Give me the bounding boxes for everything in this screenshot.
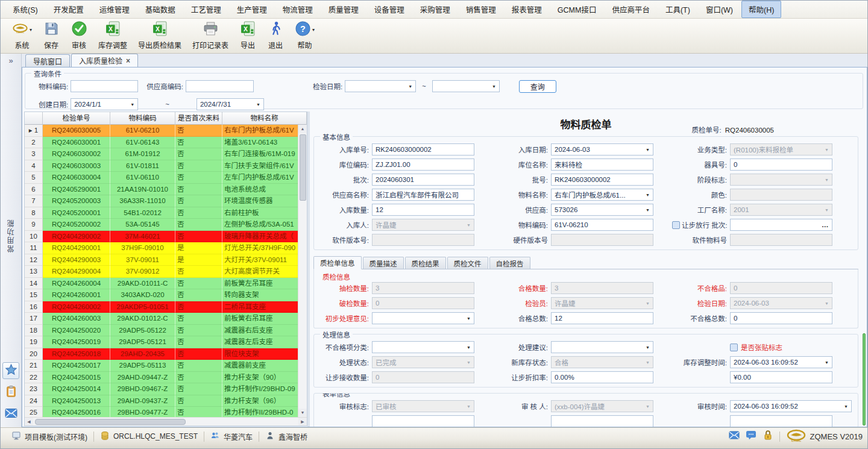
exit-button[interactable]: 退出 (262, 19, 289, 53)
table-row[interactable]: 17RQ240426000329AKD-01012-C否前板簧右吊耳座 (25, 313, 299, 325)
menu-dev-config[interactable]: 开发配置 (46, 1, 91, 18)
supplier-field[interactable]: 573026▼ (551, 204, 653, 216)
location-code-field[interactable]: ZJ.ZJ01.00 (372, 159, 474, 171)
dropdown-arrow-icon[interactable]: ▼ (464, 316, 471, 321)
itab-inspect-result[interactable]: 质检结果 (405, 257, 446, 269)
table-row[interactable]: 18RQ240425002029ADP5-05122否减震器右后支座 (25, 325, 299, 337)
favorites-button[interactable] (2, 362, 19, 379)
dropdown-caret-icon[interactable]: ▾ (312, 27, 315, 33)
table-row[interactable]: 3RQ240603000261M-01912否右车门连接板/61M-019 (25, 148, 299, 160)
column-header[interactable]: 是否首次来料 (175, 112, 222, 125)
dropdown-arrow-icon[interactable]: ▼ (464, 345, 471, 350)
table-row[interactable]: 14RQ240426000429AKD-01011-C否前板簧左吊耳座 (25, 278, 299, 290)
close-tab-icon[interactable]: × (126, 57, 130, 65)
create-date-from-select[interactable]: 2024/1/1▼ (71, 98, 138, 110)
tab-navigation[interactable]: 导航窗口 (25, 54, 70, 67)
handle-suggestion-field[interactable]: ▼ (551, 341, 653, 353)
menu-window[interactable]: 窗口(W) (699, 1, 740, 18)
clipped-field-3-field[interactable] (730, 415, 832, 427)
dropdown-arrow-icon[interactable]: ▼ (841, 404, 848, 409)
concession-batch-field[interactable]: … (730, 219, 832, 231)
system-button[interactable]: CAMC▾系统 (7, 19, 37, 53)
table-row[interactable]: 2RQ240603000161V-06143否堵盖3/61V-06143 (25, 137, 299, 149)
menu-tools[interactable]: 工具(T) (658, 1, 697, 18)
ellipsis-button[interactable]: … (822, 221, 829, 228)
material-code-query-input[interactable] (71, 80, 138, 92)
total-pass-field[interactable]: 12 (551, 312, 653, 324)
menu-purchase-mgmt[interactable]: 采购管理 (413, 1, 458, 18)
save-button[interactable]: 保存 (37, 19, 65, 53)
menu-base-data[interactable]: 基础数据 (138, 1, 183, 18)
table-row[interactable]: 7RQ240520000336A33R-11010否环境温度传感器 (25, 195, 299, 207)
table-row[interactable]: 5RQ240603000461V-06110否左车门内护板总成/61V (25, 172, 299, 184)
batch-field[interactable]: 2024060301 (372, 174, 474, 186)
tool-no-field[interactable]: 0 (730, 159, 832, 171)
inspect-date-from-select[interactable]: ▼ (345, 80, 416, 92)
clipboard-button[interactable] (2, 384, 19, 401)
inbound-date-field[interactable]: 2024-06-03▼ (551, 143, 653, 155)
messages-button[interactable] (2, 406, 19, 422)
itab-self-report[interactable]: 自检报告 (489, 257, 530, 269)
form-scroll-indicator[interactable] (863, 333, 866, 425)
scroll-up-icon[interactable]: ▲ (298, 125, 307, 133)
menu-production-mgmt[interactable]: 生产管理 (230, 1, 274, 18)
table-row[interactable]: 8RQ240520000154B1-02012否右前柱护板 (25, 207, 299, 219)
menu-equipment-mgmt[interactable]: 设备管理 (367, 1, 412, 18)
supplier-code-query-input[interactable] (186, 80, 254, 92)
dropdown-arrow-icon[interactable]: ▼ (643, 148, 650, 152)
stock-adjust-time-field[interactable]: 2024-06-03 16:09:52▼ (730, 356, 832, 368)
defect-category-field[interactable]: ▼ (372, 341, 474, 353)
dropdown-arrow-icon[interactable]: ▼ (643, 193, 650, 197)
inspect-date-to-select[interactable]: ▼ (432, 80, 500, 92)
inbound-qty-field[interactable]: 12 (372, 204, 474, 216)
menu-ops-mgmt[interactable]: 运维管理 (92, 1, 137, 18)
search-button[interactable]: 查询 (519, 80, 556, 93)
lock-button[interactable] (763, 430, 773, 443)
scroll-left-icon[interactable]: ◀ (25, 418, 33, 425)
concession-discount-field[interactable]: 0.00% (551, 371, 653, 383)
initial-opinion-field[interactable]: ▼ (372, 312, 474, 324)
menu-report-mgmt[interactable]: 报表管理 (505, 1, 549, 18)
scroll-right-icon[interactable]: ▶ (298, 418, 307, 425)
material-name-field[interactable]: 右车门内护板总成/61...▼ (551, 189, 653, 201)
itab-inspect-info[interactable]: 质检单信息 (313, 256, 362, 269)
concession-batch-checkbox[interactable] (672, 221, 680, 229)
chat-button[interactable] (746, 430, 756, 443)
dropdown-arrow-icon[interactable]: ▼ (643, 345, 650, 350)
menu-logistics-mgmt[interactable]: 物流管理 (275, 1, 320, 18)
menu-process-mgmt[interactable]: 工艺管理 (184, 1, 228, 18)
table-row[interactable]: 16RQ240426000229AKDP5-01051否二桥吊耳支座 (25, 301, 299, 313)
table-row[interactable]: 19RQ240425001929ADP5-05121否减震器左后支座 (25, 336, 299, 348)
menu-help[interactable]: 帮助(H) (741, 1, 781, 18)
table-row[interactable]: 6RQ240529000121AA19N-01010否电池系统总成 (25, 184, 299, 196)
table-row[interactable]: 9RQ240520000253A-05145否左侧护板总成/53A-051 (25, 219, 299, 231)
menu-gcmm-interface[interactable]: GCMM接口 (550, 1, 604, 18)
supplier-name-field[interactable]: 浙江启程汽车部件有限公司 (372, 189, 474, 201)
menu-system[interactable]: 系统(S) (5, 1, 45, 18)
clipped-field-2-field[interactable] (551, 415, 653, 427)
table-row[interactable]: 11RQ240429000137H9F-09010是灯光总开关/37H9F-09… (25, 242, 299, 254)
table-row[interactable]: 15RQ24042600013403AKD-020否转向器支架 (25, 289, 299, 301)
clipped-field-1-field[interactable] (372, 415, 474, 427)
table-row[interactable]: 13RQ240429000437V-09012否大灯高度调节开关 (25, 266, 299, 278)
stock-adjust-button[interactable]: X库存调整 (93, 19, 133, 53)
scroll-down-icon[interactable]: ▼ (298, 409, 307, 417)
table-row[interactable]: ▸ 1RQ240603000561V-06210否右车门内护板总成/61V (25, 125, 299, 137)
table-horizontal-scrollbar[interactable]: ◀ ▶ (25, 417, 307, 425)
mail-button[interactable] (729, 430, 740, 443)
menu-supplier-platform[interactable]: 供应商平台 (605, 1, 657, 18)
dropdown-arrow-icon[interactable]: ▼ (822, 360, 829, 365)
dropdown-arrow-icon[interactable]: ▼ (643, 208, 650, 212)
inbound-order-no-field[interactable]: RK240603000002 (372, 143, 474, 155)
help-button[interactable]: ?▾帮助 (289, 19, 320, 53)
table-row[interactable]: 21RQ240425001729ADP5-05113否减震器前支座 (25, 360, 299, 372)
post-label-flag-checkbox[interactable] (730, 344, 738, 351)
expand-panel-button[interactable]: » (8, 56, 13, 65)
column-header[interactable]: 检验单号 (43, 112, 110, 125)
audit-button[interactable]: 审核 (65, 19, 93, 53)
column-header[interactable]: 物料名称 (222, 112, 307, 125)
table-row[interactable]: 10RQ240429000237M-46021否玻璃升降器开关总成（ (25, 231, 299, 243)
table-row[interactable]: 24RQ240425001329AHD-09437-Z否推力杆支架（96） (25, 395, 299, 407)
total-fail-field[interactable]: 0 (730, 312, 832, 324)
print-record-button[interactable]: 打印记录表 (187, 19, 234, 53)
